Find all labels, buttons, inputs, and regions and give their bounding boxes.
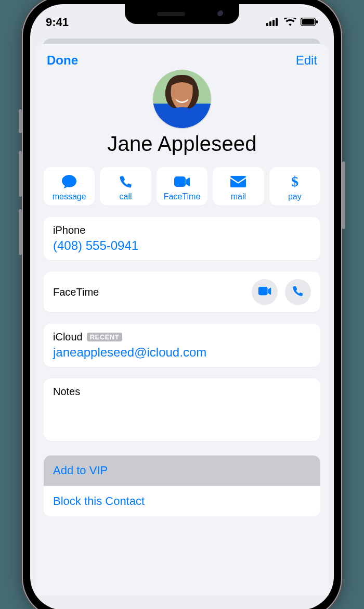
- mail-button[interactable]: mail: [213, 167, 264, 206]
- edit-button[interactable]: Edit: [296, 53, 317, 68]
- volume-down-button: [19, 209, 22, 255]
- pay-label: pay: [288, 192, 302, 201]
- status-time: 9:41: [46, 16, 69, 29]
- facetime-label: FaceTime: [164, 192, 201, 201]
- svg-rect-3: [276, 18, 278, 26]
- svg-rect-1: [269, 21, 271, 26]
- action-row: message call FaceTime: [44, 167, 320, 206]
- profile-header: Jane Appleseed: [44, 70, 320, 156]
- phone-label: iPhone: [53, 224, 311, 236]
- mail-icon: [230, 173, 246, 190]
- block-contact-row[interactable]: Block this Contact: [44, 486, 320, 516]
- device-frame: 9:41 Done Edit: [21, 0, 343, 609]
- email-card[interactable]: iCloud RECENT janeappleseed@icloud.com: [44, 324, 320, 367]
- dollar-icon: $: [290, 173, 300, 190]
- facetime-card: FaceTime: [44, 272, 320, 312]
- mail-label: mail: [231, 192, 246, 201]
- phone-icon: [119, 173, 133, 190]
- facetime-row-label: FaceTime: [53, 286, 99, 298]
- svg-text:$: $: [291, 174, 298, 189]
- svg-rect-0: [266, 23, 268, 26]
- recent-badge: RECENT: [87, 333, 122, 341]
- add-to-vip-row[interactable]: Add to VIP: [44, 455, 320, 486]
- video-icon: [174, 173, 190, 190]
- facetime-audio-button[interactable]: [285, 279, 311, 305]
- screen: 9:41 Done Edit: [30, 4, 334, 609]
- avatar[interactable]: [153, 70, 211, 128]
- phone-icon: [292, 285, 304, 299]
- svg-rect-13: [258, 287, 268, 295]
- power-button: [342, 161, 345, 229]
- front-camera: [217, 10, 225, 18]
- earpiece: [157, 12, 185, 16]
- done-button[interactable]: Done: [47, 53, 78, 68]
- notch: [125, 4, 239, 24]
- mute-switch: [19, 109, 22, 133]
- notes-card[interactable]: Notes: [44, 378, 320, 441]
- svg-rect-11: [174, 176, 186, 187]
- wifi-icon: [284, 16, 296, 29]
- svg-rect-6: [316, 20, 318, 23]
- contact-sheet: Done Edit: [35, 44, 329, 595]
- svg-rect-5: [302, 19, 315, 25]
- email-address: janeappleseed@icloud.com: [53, 345, 311, 360]
- message-label: message: [53, 192, 86, 201]
- volume-up-button: [19, 151, 22, 197]
- call-button[interactable]: call: [100, 167, 151, 206]
- facetime-video-button[interactable]: [252, 279, 278, 305]
- call-label: call: [120, 192, 132, 201]
- sheet-navbar: Done Edit: [44, 53, 320, 68]
- facetime-button[interactable]: FaceTime: [157, 167, 207, 206]
- notes-label: Notes: [53, 386, 311, 398]
- video-icon: [258, 286, 271, 298]
- svg-rect-2: [272, 20, 275, 26]
- phone-number: (408) 555-0941: [53, 238, 311, 253]
- action-list: Add to VIP Block this Contact: [44, 455, 320, 516]
- battery-icon: [301, 16, 318, 29]
- message-icon: [61, 173, 77, 190]
- email-label: iCloud: [53, 331, 83, 343]
- phone-card[interactable]: iPhone (408) 555-0941: [44, 217, 320, 260]
- cellular-icon: [266, 16, 280, 29]
- contact-name: Jane Appleseed: [107, 132, 257, 156]
- pay-button[interactable]: $ pay: [269, 167, 320, 206]
- message-button[interactable]: message: [44, 167, 95, 206]
